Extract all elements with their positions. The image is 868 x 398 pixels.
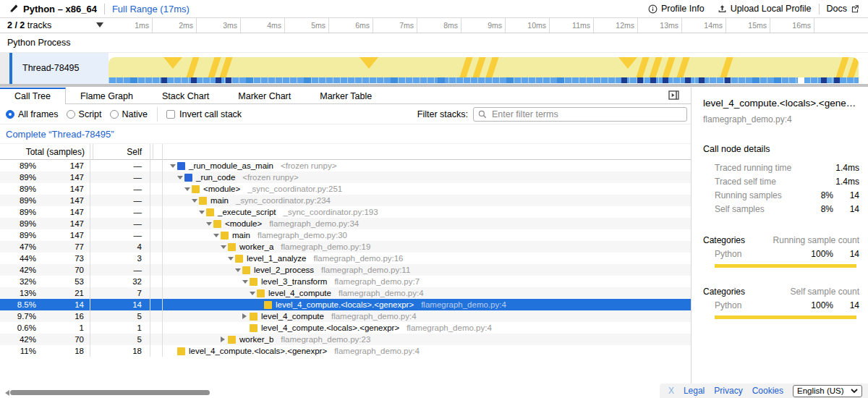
cell-self: 5 — [84, 335, 142, 344]
marker-slash — [485, 57, 498, 77]
upload-profile-button[interactable]: Upload Local Profile — [718, 4, 812, 14]
docs-link[interactable]: Docs — [827, 4, 859, 14]
table-row[interactable]: 0.6%11level_4_compute.<locals>.<genexpr>… — [0, 322, 691, 334]
sample-segment — [774, 77, 781, 83]
main-panel: Call TreeFlame GraphStack ChartMarker Ch… — [0, 88, 868, 398]
expander-open-icon[interactable] — [247, 289, 257, 298]
invert-call-stack-label[interactable]: Invert call stack — [179, 109, 242, 119]
table-row[interactable]: 89%147—<module>flamegraph_demo.py:34 — [0, 218, 691, 229]
chevron-down-icon[interactable] — [96, 22, 103, 31]
table-row[interactable]: 13%217level_4_computeflamegraph_demo.py:… — [0, 287, 691, 299]
sample-segment — [246, 77, 253, 83]
tab-call-tree[interactable]: Call Tree — [0, 88, 66, 104]
radio-script[interactable] — [67, 110, 75, 119]
thread-activity-graph[interactable] — [109, 53, 859, 84]
column-divider — [162, 144, 163, 357]
table-row[interactable]: 47%774worker_aflamegraph_demo.py:19 — [0, 241, 691, 253]
thread-label[interactable]: Thread-78495 — [12, 53, 109, 84]
call-tree-table: Total (samples) Self 89%147—_run_module_… — [0, 143, 691, 357]
sidebar-toggle-icon[interactable] — [668, 90, 679, 100]
expander-open-icon[interactable] — [218, 242, 228, 252]
expander-open-icon[interactable] — [240, 277, 250, 287]
timeline-ruler[interactable]: 1ms2ms3ms4ms5ms6ms7ms8ms9ms10ms11ms12ms1… — [109, 18, 868, 33]
table-row[interactable]: 42%705worker_bflamegraph_demo.py:23 — [0, 334, 691, 345]
table-row[interactable]: 89%147—_run_module_as_main<frozen runpy> — [0, 160, 691, 172]
column-divider[interactable] — [153, 144, 153, 160]
track-thread-row[interactable]: Thread-78495 — [0, 53, 868, 84]
expander-open-icon[interactable] — [233, 266, 242, 275]
table-row[interactable]: 89%147—mainflamegraph_demo.py:30 — [0, 229, 691, 241]
table-row[interactable]: 32%5332level_3_transformflamegraph_demo.… — [0, 276, 691, 287]
footer-link-legal[interactable]: Legal — [684, 386, 705, 396]
expander-open-icon[interactable] — [175, 173, 184, 182]
radio-label[interactable]: Native — [122, 109, 148, 119]
table-row[interactable]: 8.5%1414level_4_compute.<locals>.<genexp… — [0, 299, 691, 310]
footer-link-privacy[interactable]: Privacy — [714, 386, 742, 396]
cell-total-count: 14 — [36, 300, 84, 309]
tab-marker-table[interactable]: Marker Table — [305, 88, 386, 103]
marker-triangle — [359, 57, 378, 69]
ruler-tick: 9ms — [461, 18, 506, 33]
table-row[interactable]: 9.7%165level_4_computeflamegraph_demo.py… — [0, 310, 691, 322]
language-select[interactable]: English (US) — [793, 385, 862, 397]
expander-open-icon[interactable] — [168, 161, 177, 171]
ruler-tick: 6ms — [329, 18, 373, 33]
function-name: _run_code — [196, 173, 235, 182]
footer-link-cookies[interactable]: Cookies — [752, 386, 783, 396]
full-range-button[interactable]: Full Range (17ms) — [112, 4, 190, 14]
tab-flame-graph[interactable]: Flame Graph — [66, 88, 148, 103]
function-name: _execute_script — [218, 208, 276, 216]
expander-closed-icon[interactable] — [240, 313, 250, 319]
radio-all-frames[interactable] — [6, 110, 14, 119]
complete-thread-link[interactable]: Complete “Thread-78495” — [6, 129, 114, 140]
table-row[interactable]: 89%147—_execute_script_sync_coordinator.… — [0, 206, 691, 218]
detail-percent: 8% — [821, 203, 833, 216]
expander-closed-icon[interactable] — [218, 336, 228, 342]
edit-pencil-icon[interactable] — [9, 4, 18, 14]
expander-open-icon[interactable] — [197, 208, 206, 217]
filter-stacks-input[interactable] — [490, 109, 682, 120]
file-location: _sync_coordinator.py:193 — [284, 208, 378, 216]
call-tree-toolbar: All framesScriptNative Invert call stack… — [0, 104, 691, 124]
firefox-profiler-app: Python – x86_64 Full Range (17ms) Profil… — [0, 0, 868, 398]
marker-slash — [186, 57, 199, 77]
column-header-total[interactable]: Total (samples) — [0, 144, 85, 160]
invert-call-stack-checkbox[interactable] — [166, 110, 175, 119]
expander-open-icon[interactable] — [190, 196, 199, 206]
radio-label[interactable]: All frames — [18, 109, 59, 119]
cell-total-percent: 89% — [0, 185, 36, 193]
track-process-row[interactable]: Python Process — [0, 33, 868, 53]
scroll-left-arrow-icon[interactable] — [2, 390, 9, 396]
expander-open-icon[interactable] — [182, 185, 192, 194]
table-row[interactable]: 11%1818level_4_compute.<locals>.<genexpr… — [0, 345, 691, 357]
tab-marker-chart[interactable]: Marker Chart — [224, 88, 305, 103]
horizontal-scrollbar[interactable] — [0, 389, 691, 397]
tracks-count-dropdown[interactable]: 2 / 2 tracks — [7, 18, 51, 33]
table-row[interactable]: 42%70—level_2_processflamegraph_demo.py:… — [0, 264, 691, 276]
radio-native[interactable] — [110, 110, 119, 119]
scrollbar-thumb[interactable] — [10, 390, 210, 395]
category-percent: 100% — [811, 247, 833, 261]
profile-info-button[interactable]: Profile Info — [648, 4, 705, 14]
marker-slash — [720, 57, 733, 77]
expander-open-icon[interactable] — [204, 219, 213, 229]
sample-segment — [506, 77, 514, 83]
detail-row: Traced self time1.4ms — [703, 175, 859, 189]
cell-self: — — [84, 266, 142, 274]
tree-cell: level_4_computeflamegraph_demo.py:4 — [165, 312, 417, 321]
table-row[interactable]: 44%733level_1_analyzeflamegraph_demo.py:… — [0, 253, 691, 264]
footer-link-x[interactable]: X — [668, 386, 674, 396]
column-header-self[interactable]: Self — [94, 144, 142, 160]
table-row[interactable]: 89%147—_run_code<frozen runpy> — [0, 172, 691, 183]
sample-segment-dark — [834, 77, 840, 83]
cell-total-count: 77 — [36, 242, 84, 251]
tab-stack-chart[interactable]: Stack Chart — [148, 88, 224, 103]
file-location: <frozen runpy> — [281, 161, 336, 170]
table-row[interactable]: 89%147—main_sync_coordinator.py:234 — [0, 195, 691, 206]
column-divider[interactable] — [93, 144, 93, 160]
radio-label[interactable]: Script — [79, 109, 102, 119]
expander-open-icon[interactable] — [226, 254, 235, 263]
table-row[interactable]: 89%147—<module>_sync_coordinator.py:251 — [0, 183, 691, 195]
track-resize-handle[interactable] — [0, 84, 868, 87]
expander-open-icon[interactable] — [211, 231, 221, 240]
